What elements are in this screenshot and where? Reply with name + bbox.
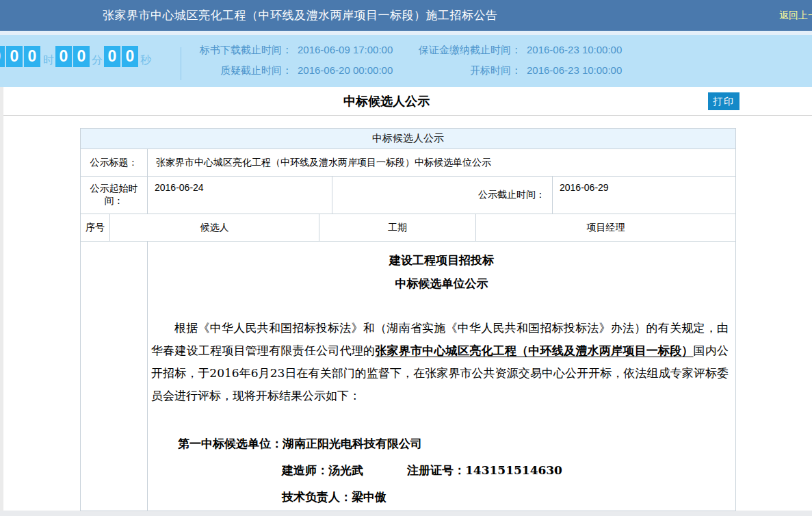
left-page-margin — [0, 87, 3, 511]
winner-label: 第一中标候选单位： — [178, 437, 283, 450]
deadline-value: 2016-06-09 17:00:00 — [298, 44, 393, 55]
page-header-title: 张家界市中心城区亮化工程（中环线及澧水两岸项目一标段）施工招标公告 — [103, 0, 498, 31]
document-heading-1: 建设工程项目招投标 — [148, 253, 735, 268]
countdown-minute-label: 分 — [92, 53, 103, 67]
back-link[interactable]: 返回上一页 — [779, 0, 812, 31]
builder-line: 建造师：汤光武注册证号：143151514630 — [282, 463, 735, 478]
countdown-second-label: 秒 — [140, 53, 151, 67]
column-header-manager: 项目经理 — [476, 214, 735, 241]
winner-company: 湖南正阳光电科技有限公司 — [283, 437, 422, 450]
table-title: 中标候选人公示 — [372, 132, 444, 145]
publicity-end-value: 2016-06-29 — [553, 177, 735, 214]
paragraph-project-name: 张家界市中心城区亮化工程（中环线及澧水两岸项目一标段） — [375, 344, 693, 357]
builder-name: 汤光武 — [328, 463, 363, 477]
deadline-bar: 0 0 0 时 0 0 分 0 0 秒 标书下载截止时间：2016-06-09 … — [0, 35, 812, 87]
tech-name: 梁中傲 — [352, 490, 387, 504]
tech-line: 技术负责人：梁中傲 — [282, 489, 735, 505]
announce-title-row: 公示标题： 张家界市中心城区亮化工程（中环线及澧水两岸项目一标段）中标候选单位公… — [81, 149, 735, 177]
winner-line: 第一中标候选单位：湖南正阳光电科技有限公司 — [178, 436, 735, 452]
deadline-value: 2016-06-23 10:00:00 — [527, 64, 622, 76]
seq-empty-cell — [81, 242, 148, 511]
countdown-digit: 0 — [104, 46, 120, 67]
countdown-digit-cut: 0 — [0, 46, 5, 67]
deadline-bid-opening: 开标时间：2016-06-23 10:00:00 — [405, 64, 622, 77]
document-paragraph: 根据《中华人民共和国招标投标法》和（湖南省实施《中华人民共和国招标投标法》办法）… — [148, 317, 735, 407]
countdown-digit: 0 — [6, 46, 23, 67]
deadline-doc-download: 标书下载截止时间：2016-06-09 17:00:00 — [186, 44, 393, 57]
page-title: 中标候选人公示 — [3, 87, 770, 116]
announce-title-value: 张家界市中心城区亮化工程（中环线及澧水两岸项目一标段）中标候选单位公示 — [148, 149, 735, 176]
countdown-digit: 0 — [73, 46, 90, 67]
deadline-deposit: 保证金缴纳截止时间：2016-06-23 10:00:00 — [405, 44, 622, 57]
table-title-row: 中标候选人公示 — [81, 129, 735, 149]
cert-label: 注册证号： — [407, 463, 465, 477]
document-body-row: 建设工程项目招投标 中标候选单位公示 根据《中华人民共和国招标投标法》和（湖南省… — [81, 242, 735, 511]
deadline-question: 质疑截止时间：2016-06-20 00:00:00 — [186, 64, 393, 77]
print-button[interactable]: 打印 — [708, 92, 739, 110]
deadline-value: 2016-06-23 10:00:00 — [527, 44, 622, 55]
countdown-digit: 0 — [122, 46, 138, 67]
column-header-row: 序号 候选人 工期 项目经理 — [81, 214, 735, 242]
top-header-bar: 张家界市中心城区亮化工程（中环线及澧水两岸项目一标段）施工招标公告 返回上一页 — [0, 0, 812, 31]
document-heading-2: 中标候选单位公示 — [148, 276, 735, 291]
announce-title-label: 公示标题： — [81, 149, 148, 176]
countdown-digit: 0 — [55, 46, 72, 67]
publicity-start-label: 公示起始时间： — [81, 177, 148, 214]
countdown-digit: 0 — [24, 46, 40, 67]
column-header-candidate: 候选人 — [110, 214, 319, 241]
builder-label: 建造师： — [282, 463, 328, 477]
cert-number: 143151514630 — [465, 463, 562, 477]
deadline-value: 2016-06-20 00:00:00 — [298, 64, 393, 76]
countdown-hour-label: 时 — [43, 53, 54, 67]
vertical-divider — [181, 47, 181, 80]
publicity-start-value: 2016-06-24 — [148, 177, 332, 214]
page-title-row: 中标候选人公示 打印 — [3, 87, 812, 116]
deadline-label: 开标时间： — [405, 64, 521, 77]
deadline-label: 标书下载截止时间： — [186, 44, 292, 57]
column-header-duration: 工期 — [319, 214, 476, 241]
bottom-page-margin — [0, 511, 812, 516]
announcement-table: 中标候选人公示 公示标题： 张家界市中心城区亮化工程（中环线及澧水两岸项目一标段… — [80, 128, 736, 511]
publicity-dates-row: 公示起始时间： 2016-06-24 公示截止时间： 2016-06-29 — [81, 177, 735, 214]
deadline-label: 保证金缴纳截止时间： — [405, 44, 521, 57]
document-content: 建设工程项目招投标 中标候选单位公示 根据《中华人民共和国招标投标法》和（湖南省… — [148, 242, 735, 511]
column-header-seq: 序号 — [81, 214, 110, 241]
deadline-label: 质疑截止时间： — [186, 64, 292, 77]
publicity-end-label: 公示截止时间： — [332, 177, 553, 214]
tech-label: 技术负责人： — [282, 490, 352, 504]
